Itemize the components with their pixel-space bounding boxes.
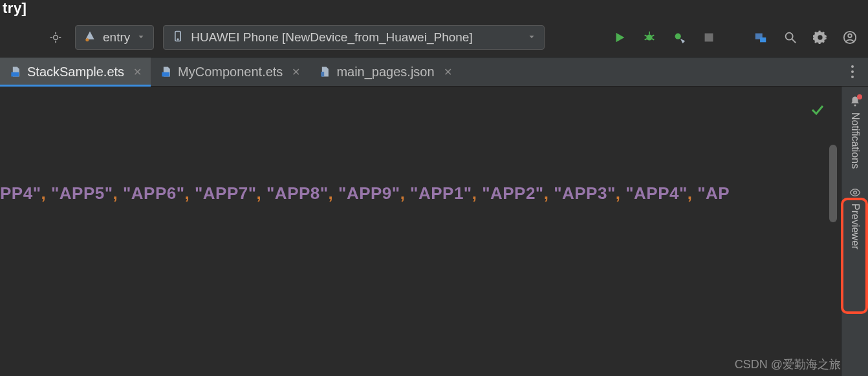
ets-file-icon bbox=[160, 65, 173, 78]
svg-marker-10 bbox=[530, 36, 534, 38]
editor-tab[interactable]: main_pages.json ✕ bbox=[309, 57, 461, 86]
locate-target-icon[interactable] bbox=[45, 27, 66, 48]
code-editor[interactable]: PP4", "APP5", "APP6", "APP7", "APP8", "A… bbox=[0, 87, 841, 376]
svg-line-15 bbox=[652, 35, 655, 36]
svg-point-6 bbox=[85, 38, 89, 41]
watermark-text: CSDN @爱勤海之旅 bbox=[735, 357, 841, 372]
chevron-down-icon bbox=[527, 30, 536, 45]
svg-point-18 bbox=[675, 34, 681, 39]
svg-point-32 bbox=[853, 191, 856, 194]
notification-dot-icon bbox=[857, 94, 862, 99]
eye-icon bbox=[849, 187, 861, 198]
svg-point-26 bbox=[848, 34, 852, 38]
svg-line-24 bbox=[792, 39, 796, 43]
previewer-tab[interactable]: Previewer bbox=[849, 178, 861, 258]
stop-button[interactable] bbox=[699, 27, 719, 48]
svg-marker-11 bbox=[616, 33, 625, 43]
svg-point-9 bbox=[177, 39, 179, 40]
more-tabs-icon[interactable] bbox=[841, 60, 864, 83]
svg-marker-19 bbox=[680, 39, 685, 43]
close-icon[interactable]: ✕ bbox=[133, 66, 142, 78]
debug-button[interactable] bbox=[639, 27, 660, 48]
svg-rect-29 bbox=[162, 72, 169, 77]
tab-label: main_pages.json bbox=[336, 65, 434, 79]
no-problems-icon[interactable] bbox=[810, 102, 825, 120]
gear-icon[interactable] bbox=[810, 27, 830, 48]
editor-tab[interactable]: StackSample.ets ✕ bbox=[0, 57, 151, 86]
svg-point-31 bbox=[854, 105, 856, 107]
module-label: entry bbox=[103, 30, 130, 45]
svg-point-0 bbox=[54, 36, 58, 40]
close-icon[interactable]: ✕ bbox=[292, 66, 300, 78]
svg-point-12 bbox=[646, 34, 652, 40]
svg-rect-22 bbox=[760, 37, 766, 42]
tab-label: MyComponent.ets bbox=[178, 65, 283, 79]
ets-file-icon bbox=[9, 65, 22, 78]
chevron-down-icon bbox=[136, 30, 146, 45]
notifications-tab[interactable]: Notifications bbox=[849, 87, 861, 178]
module-selector[interactable]: entry bbox=[75, 25, 154, 50]
scrollbar-thumb[interactable] bbox=[829, 145, 837, 222]
svg-line-16 bbox=[645, 39, 647, 40]
device-label: HUAWEI Phone [NewDevice_from_Huawei_Phon… bbox=[191, 30, 472, 45]
editor-tab[interactable]: MyComponent.ets ✕ bbox=[151, 57, 309, 86]
tab-label: StackSample.ets bbox=[27, 65, 124, 79]
device-selector[interactable]: HUAWEI Phone [NewDevice_from_Huawei_Phon… bbox=[163, 25, 545, 50]
svg-line-17 bbox=[652, 39, 655, 40]
editor-body: PP4", "APP5", "APP6", "APP7", "APP8", "A… bbox=[0, 87, 868, 376]
svg-line-14 bbox=[645, 35, 647, 36]
phone-icon bbox=[171, 30, 184, 46]
code-line: PP4", "APP5", "APP6", "APP7", "APP8", "A… bbox=[0, 183, 730, 204]
search-icon[interactable] bbox=[780, 27, 801, 48]
main-toolbar: entry HUAWEI Phone [NewDevice_from_Huawe… bbox=[0, 18, 868, 57]
svg-rect-30 bbox=[321, 72, 325, 77]
project-structure-icon[interactable] bbox=[750, 27, 771, 48]
notifications-label: Notifications bbox=[849, 112, 861, 169]
json-file-icon bbox=[318, 65, 331, 78]
right-tool-rail: Notifications Previewer bbox=[841, 87, 868, 376]
svg-rect-20 bbox=[705, 34, 713, 42]
attach-debugger-button[interactable] bbox=[669, 27, 689, 48]
svg-marker-7 bbox=[139, 36, 144, 38]
bell-icon bbox=[849, 96, 861, 107]
svg-point-23 bbox=[786, 33, 793, 40]
window-title-fragment: try] bbox=[0, 0, 868, 18]
run-button[interactable] bbox=[609, 27, 630, 48]
svg-rect-28 bbox=[11, 72, 19, 77]
close-icon[interactable]: ✕ bbox=[444, 66, 452, 78]
previewer-label: Previewer bbox=[849, 204, 861, 249]
account-icon[interactable] bbox=[840, 27, 860, 48]
editor-tab-bar: StackSample.ets ✕ MyComponent.ets ✕ main… bbox=[0, 57, 868, 87]
svg-marker-5 bbox=[85, 31, 94, 39]
module-icon bbox=[83, 30, 96, 46]
